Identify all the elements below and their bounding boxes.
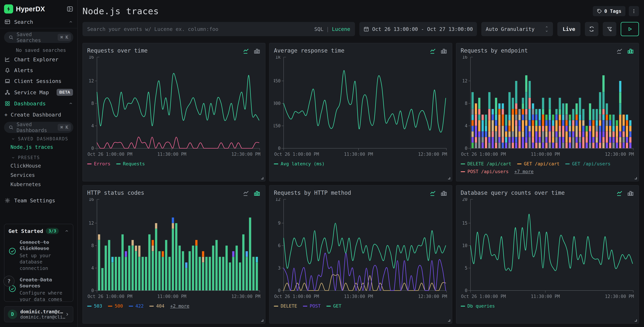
bar-segment [135,251,137,290]
legend-item-post[interactable]: POST [303,303,321,310]
bar-segment [482,137,484,143]
user-profile-button[interactable]: D dominic.tran@c… dominic.tran@cli… [4,306,73,322]
create-dashboard-button[interactable]: + Create Dashboard [0,109,77,118]
svg-text:12: 12 [89,78,94,84]
bar-segment [485,126,487,132]
group-header-saved-dashboards[interactable]: SAVED DASHBOARDS [0,133,77,142]
get-started-header[interactable]: Get Started 3/3 [8,228,69,234]
bar-segment [525,92,527,109]
dashboard-link-kubernetes[interactable]: Kubernetes [0,180,77,189]
collapse-sidebar-icon[interactable] [66,6,73,12]
granularity-select[interactable]: Auto Granularity [481,22,553,36]
legend-item-avg-latency-ms-[interactable]: Avg latency (ms) [274,160,324,167]
get-started-task[interactable]: Connect to ClickHouseSet up your databas… [8,239,69,272]
line-chart-icon[interactable] [429,47,437,55]
legend-item-422[interactable]: 422 [129,303,144,310]
resize-handle[interactable] [448,177,450,180]
legend-item-errors[interactable]: Errors [87,160,110,167]
chart-plot-requests-by-http-method[interactable]: 036912Oct 26 1:00:00 PM11:30:00 PM12:30:… [274,198,447,301]
refresh-button[interactable] [585,22,598,36]
line-chart-icon[interactable] [616,47,624,55]
bar-chart-icon[interactable] [627,47,634,55]
legend-item-get-api-users[interactable]: GET /api/users [565,160,610,167]
date-range-picker[interactable]: 1 Oct 26 13:00:00 - Oct 27 13:00:00 [359,22,477,36]
sidebar-item-service-map[interactable]: Service MapBETA [0,86,77,98]
shortcut-badge: ⌘ K [58,34,71,41]
bar-segment [626,120,628,126]
series-get [284,223,446,268]
bar-chart-icon[interactable] [253,47,261,55]
line-chart-icon[interactable] [242,190,250,197]
live-button[interactable]: Live [557,22,580,36]
tags-button[interactable]: 0 Tags [593,6,626,16]
legend-item-get-api-cart[interactable]: GET /api/cart [517,160,560,167]
sidebar-item-team-settings[interactable]: Team Settings [0,195,77,206]
legend-more-link[interactable]: +2 more [170,303,190,310]
chart-plot-requests-by-endpoint[interactable]: 0481216Oct 26 1:00:00 PM11:00:00 PM12:30… [461,56,634,159]
bar-segment [569,115,571,120]
saved-dashboards-input[interactable]: Saved Dashboards ⌘ K [4,122,73,133]
resize-handle[interactable] [448,320,450,322]
sql-option[interactable]: SQL [314,26,323,32]
group-header-presets[interactable]: PRESETS [0,152,77,161]
resize-handle[interactable] [261,177,264,180]
legend-dash [108,306,112,306]
chart-plot-avg-response-time[interactable]: 01503004501kOct 26 1:00:00 PM11:30:00 PM… [274,56,447,159]
legend-item-post-api-users[interactable]: POST /api/users [461,168,509,175]
run-query-button[interactable] [621,22,639,36]
dashboard-link-clickhouse[interactable]: ClickHouse [0,161,77,170]
line-chart-icon[interactable] [429,190,437,197]
bar-segment [148,234,150,290]
legend-label: Avg latency (ms) [280,160,324,167]
bar-chart-icon[interactable] [627,190,634,197]
query-language-toggle[interactable]: SQL | Lucene [314,26,350,32]
resize-handle[interactable] [635,177,637,180]
bar-segment [508,132,510,137]
event-search-input[interactable]: Search your events w/ Lucene ex. column:… [82,22,355,36]
legend-item-db-queries[interactable]: Db queries [461,303,495,310]
legend-item-delete-api-cart[interactable]: DELETE /api/cart [461,160,512,167]
bar-segment [482,143,484,148]
line-chart-icon[interactable] [242,47,250,55]
legend-item-get[interactable]: GET [326,303,342,310]
bar-chart-icon[interactable] [440,47,448,55]
dashboard-link-node-js-traces[interactable]: Node.js traces [0,142,77,152]
sidebar-item-dashboards[interactable]: Dashboards [0,98,77,109]
bar-segment [525,120,527,126]
legend-more-link[interactable]: +7 more [514,168,534,175]
sidebar-item-alerts[interactable]: Alerts [0,65,77,76]
saved-searches-input[interactable]: Saved Searches ⌘ K [4,32,73,43]
bar-chart-icon[interactable] [440,190,448,197]
legend-item-404[interactable]: 404 [149,303,164,310]
chart-title: Requests by endpoint [461,47,528,54]
svg-text:8: 8 [91,243,94,248]
filter-button[interactable] [603,22,616,36]
bar-segment [525,126,527,137]
legend-item-requests[interactable]: Requests [116,160,145,167]
legend-item-503[interactable]: 503 [87,303,102,310]
chart-plot-http-status-codes[interactable]: 0481216Oct 26 1:00:00 PM11:00:00 PM12:30… [87,198,261,301]
line-chart-icon[interactable] [616,190,624,197]
bar-chart-icon[interactable] [253,190,261,197]
title-actions: 0 Tags [593,6,639,16]
dashboard-menu-button[interactable] [629,6,639,16]
legend-item-delete[interactable]: DELETE [274,303,297,310]
sidebar-item-label: Search [14,19,65,25]
resize-handle[interactable] [261,320,264,322]
sidebar-item-client-sessions[interactable]: Client Sessions [0,76,77,86]
sidebar-item-chart-explorer[interactable]: Chart Explorer [0,54,77,65]
chart-plot-db-query-counts[interactable]: 05101520Oct 26 1:00:00 PM11:30:00 PM12:3… [461,198,634,301]
bar-segment [579,120,581,132]
chart-plot-requests-over-time[interactable]: 0481216Oct 26 1:00:00 PM11:30:00 PM12:30… [87,56,261,159]
resize-handle[interactable] [635,320,637,322]
help-button[interactable]: ? [4,276,14,287]
legend-item-500[interactable]: 500 [108,303,123,310]
sidebar-item-search[interactable]: Search [0,16,77,27]
bar-segment [525,137,527,143]
dashboard-link-services[interactable]: Services [0,170,77,180]
lucene-option[interactable]: Lucene [332,26,350,32]
bar-segment [569,132,571,137]
get-started-task[interactable]: Create Data SourcesConfigure where your … [8,277,69,302]
bar-segment [495,120,497,126]
bar-segment [599,120,601,126]
